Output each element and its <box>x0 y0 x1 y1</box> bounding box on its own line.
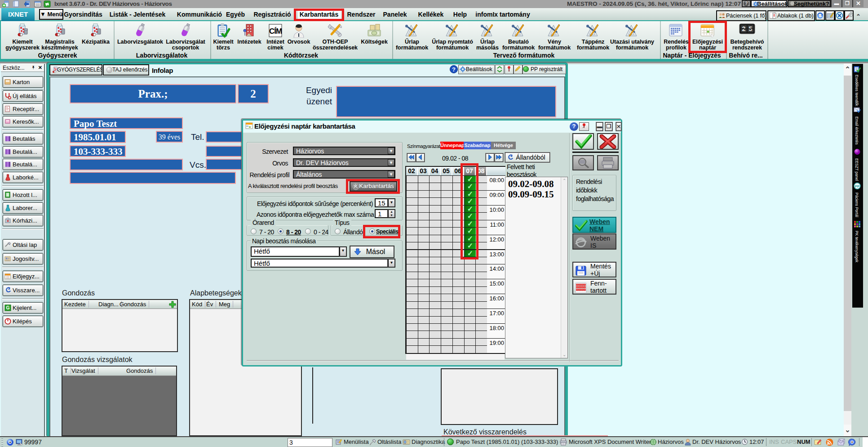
svg-text:CÍM: CÍM <box>269 27 282 36</box>
svg-text:PP: PP <box>855 184 860 188</box>
svg-text:G: G <box>6 305 9 310</box>
